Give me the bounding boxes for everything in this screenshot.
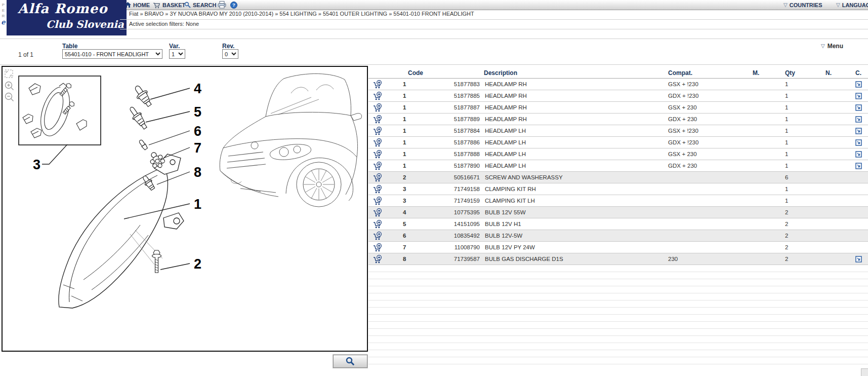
headlamp-housing <box>59 154 184 308</box>
row-description: HEADLAMP LH <box>482 139 667 145</box>
countries-menu[interactable]: ▽ COUNTRIES <box>783 0 822 10</box>
add-to-basket-button[interactable] <box>368 103 389 112</box>
zoom-out-icon[interactable] <box>6 93 14 101</box>
table-row: 1 51877889 HEADLAMP RH GDX + 230 1 <box>368 114 868 125</box>
row-part-number: 71749159 <box>450 198 482 204</box>
add-to-basket-icon <box>373 243 382 252</box>
compare-button[interactable] <box>854 163 868 169</box>
callout-3[interactable]: 3 <box>33 157 40 172</box>
row-code: 1 <box>389 81 450 87</box>
languages-menu[interactable]: ▽ LANGUAGES <box>836 0 868 10</box>
row-description: BULB 12V H1 <box>482 221 667 227</box>
empty-row <box>368 329 868 336</box>
add-to-basket-button[interactable] <box>368 138 389 147</box>
add-to-basket-button[interactable] <box>368 197 389 205</box>
callout-8[interactable]: 8 <box>194 165 201 180</box>
callout-5[interactable]: 5 <box>194 104 201 120</box>
eper-e: e <box>1 19 5 26</box>
divider <box>120 29 868 29</box>
table-row: 4 10775395 BULB 12V 55W 2 <box>368 207 868 218</box>
compare-button[interactable] <box>854 256 868 262</box>
compare-button[interactable] <box>854 93 868 99</box>
eper-letter: E <box>2 8 5 13</box>
row-qty: 1 <box>781 128 821 134</box>
add-to-basket-button[interactable] <box>368 208 389 217</box>
add-to-basket-button[interactable] <box>368 127 389 135</box>
divider <box>0 64 868 65</box>
add-to-basket-button[interactable] <box>368 243 389 252</box>
compare-button[interactable] <box>854 128 868 134</box>
callout-6[interactable]: 6 <box>194 124 201 139</box>
compare-icon <box>855 256 862 262</box>
compare-button[interactable] <box>854 151 868 158</box>
add-to-basket-button[interactable] <box>368 220 389 229</box>
row-description: HEADLAMP RH <box>482 81 667 87</box>
row-qty: 2 <box>781 221 821 227</box>
empty-row <box>368 308 868 315</box>
add-to-basket-button[interactable] <box>368 80 389 89</box>
countries-label: COUNTRIES <box>790 2 822 8</box>
callout-4[interactable]: 4 <box>194 81 201 96</box>
print-button[interactable] <box>218 0 226 10</box>
table-row: 1 51877884 HEADLAMP LH GSX + !230 1 <box>368 125 868 137</box>
basket-button[interactable]: BASKET <box>153 0 185 10</box>
rev-label: Rev. <box>222 43 234 50</box>
add-to-basket-button[interactable] <box>368 173 389 182</box>
row-description: BULB 12V PY 24W <box>482 244 667 250</box>
empty-row <box>368 343 868 350</box>
row-qty: 1 <box>781 104 821 110</box>
empty-row <box>368 357 868 364</box>
row-part-number: 51877890 <box>450 163 482 169</box>
row-part-number: 51877886 <box>450 139 482 145</box>
empty-row <box>368 350 868 357</box>
compare-icon <box>855 116 862 123</box>
table-row: 1 51877885 HEADLAMP RH GDX + !230 1 <box>368 90 868 102</box>
row-part-number: 10835492 <box>450 233 482 239</box>
chevron-down-icon: ▽ <box>783 3 788 8</box>
callout-1[interactable]: 1 <box>194 197 201 212</box>
row-compat: GDX + !230 <box>667 93 751 99</box>
row-code: 2 <box>389 174 450 180</box>
add-to-basket-button[interactable] <box>368 92 389 100</box>
compare-button[interactable] <box>854 81 868 88</box>
header-compat: Compat. <box>667 69 751 77</box>
row-part-number: 71749158 <box>450 186 482 192</box>
header-n: N. <box>821 69 854 77</box>
add-to-basket-button[interactable] <box>368 185 389 194</box>
rev-select[interactable]: 0 <box>222 49 238 59</box>
add-to-basket-button[interactable] <box>368 162 389 170</box>
drawing-search-button[interactable] <box>333 355 367 368</box>
var-select[interactable]: 1 <box>169 49 185 59</box>
compare-icon <box>855 139 862 146</box>
compare-button[interactable] <box>854 116 868 123</box>
add-to-basket-button[interactable] <box>368 255 389 264</box>
languages-label: LANGUAGES <box>842 2 868 8</box>
add-to-basket-button[interactable] <box>368 115 389 124</box>
row-code: 3 <box>389 186 450 192</box>
breadcrumb: Fiat » BRAVO » 3Y NUOVA BRAVO MY 2010 (2… <box>129 11 474 17</box>
menu-button[interactable]: ▽ Menu <box>821 43 843 50</box>
table-row: 1 51877888 HEADLAMP LH GSX + 230 1 <box>368 148 868 160</box>
row-part-number: 10775395 <box>450 209 482 215</box>
fit-view-icon[interactable] <box>5 70 13 78</box>
row-part-number: 51877888 <box>450 151 482 157</box>
compare-button[interactable] <box>854 139 868 146</box>
add-to-basket-button[interactable] <box>368 232 389 240</box>
row-code: 5 <box>389 221 450 227</box>
callout-2[interactable]: 2 <box>194 256 201 272</box>
row-code: 1 <box>389 151 450 157</box>
callout-7[interactable]: 7 <box>194 140 201 156</box>
table-select[interactable]: 55401-010 - FRONT HEADLIGHT <box>62 49 162 59</box>
row-qty: 2 <box>781 244 821 250</box>
var-label: Var. <box>169 43 180 50</box>
row-qty: 1 <box>781 163 821 169</box>
add-to-basket-button[interactable] <box>368 150 389 159</box>
home-button[interactable]: HOME <box>125 0 150 10</box>
search-button-toolbar[interactable]: SEARCH <box>184 0 216 10</box>
zoom-in-icon[interactable] <box>6 82 14 90</box>
compare-button[interactable] <box>854 104 868 111</box>
help-button[interactable]: ? <box>230 0 237 10</box>
row-compat: GSX + !230 <box>667 81 751 87</box>
row-qty: 2 <box>781 209 821 215</box>
row-part-number: 14151095 <box>450 221 482 227</box>
